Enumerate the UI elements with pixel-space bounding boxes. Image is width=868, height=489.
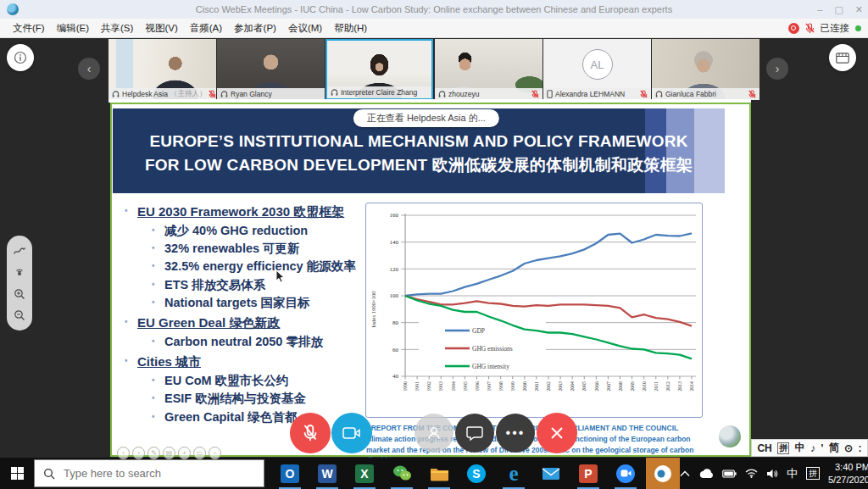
ime-more[interactable]: : (859, 442, 862, 454)
layout-switch-button[interactable] (829, 44, 856, 71)
taskbar-clock[interactable]: 3:40 PM 5/27/2020 (828, 461, 868, 486)
shared-screen: 正在查看 Helpdesk Asia 的... EUROPE’S INSTITU… (110, 103, 751, 457)
ime-language-indicator[interactable]: 中 (787, 466, 798, 481)
zoom-out-mini-icon[interactable]: − (209, 447, 221, 459)
menu-help[interactable]: 帮助(H) (328, 22, 373, 35)
onedrive-cloud-icon[interactable] (698, 469, 714, 479)
annotate-mini-icon[interactable]: ✎ (147, 447, 160, 459)
zoom-in-icon[interactable] (14, 288, 25, 300)
menu-meeting[interactable]: 会议(M) (282, 22, 328, 35)
participant-name: Ryan Glancy (231, 90, 272, 98)
camera-icon (342, 426, 361, 440)
scroll-videos-right-button[interactable]: › (766, 58, 788, 80)
taskbar-edge-icon[interactable]: e (497, 458, 531, 489)
svg-text:100: 100 (390, 292, 399, 299)
headset-icon (331, 89, 338, 97)
search-input[interactable] (62, 466, 235, 481)
ime-ch[interactable]: CH (757, 442, 771, 454)
maximize-button[interactable]: ▢ (834, 4, 843, 15)
participant-name: Interpreter Claire Zhang (341, 88, 417, 97)
prev-slide-icon[interactable]: ‹ (117, 447, 130, 459)
participant-tile-claire-zhang[interactable]: Interpreter Claire Zhang (326, 39, 433, 100)
ime-tone-icon[interactable]: ♪ (810, 442, 815, 454)
menu-edit[interactable]: 编辑(E) (51, 22, 95, 35)
menu-file[interactable]: 文件(F) (7, 22, 51, 35)
bullet-l2: EU CoM 欧盟市长公约 (164, 374, 363, 388)
laser-pointer-icon[interactable] (14, 266, 25, 278)
leave-meeting-button[interactable] (537, 413, 577, 453)
ime-pinyin[interactable]: 拼 (777, 442, 789, 454)
scroll-videos-left-button[interactable]: ‹ (78, 58, 100, 80)
muted-mic-icon (640, 90, 648, 99)
camera-button[interactable] (331, 413, 372, 453)
close-button[interactable]: ✕ (855, 4, 863, 15)
connection-status: 已连接 (821, 22, 850, 35)
svg-text:2008: 2008 (618, 381, 623, 392)
info-button[interactable] (7, 44, 34, 71)
more-options-button[interactable]: ••• (496, 414, 535, 453)
annotate-pen-icon[interactable] (13, 245, 26, 257)
mute-button[interactable] (290, 413, 331, 453)
slide-title: EUROPE’S INSTITUTIONAL MECHANISM AND POL… (113, 125, 725, 176)
participant-tile-helpdesk-asia[interactable]: Helpdesk Asia （主持人） (108, 39, 216, 100)
mail-envelope-icon (542, 467, 560, 481)
taskbar-outlook-icon[interactable]: O (273, 458, 307, 489)
svg-text:2009: 2009 (630, 381, 635, 392)
ime-logo-icon[interactable]: ⊙ (844, 442, 853, 454)
taskbar-zoom-icon[interactable] (609, 458, 643, 489)
share-mini-controls: ‹ › ✎ ▤ + ▭ − (117, 447, 221, 459)
svg-text:1996: 1996 (475, 381, 480, 392)
minimize-button[interactable]: – (817, 4, 822, 14)
chat-icon (466, 425, 483, 441)
taskbar-word-icon[interactable]: W (310, 458, 344, 489)
hidden-icons-chevron[interactable] (680, 470, 690, 477)
participant-tile-ryan-glancy[interactable]: Ryan Glancy (217, 39, 325, 100)
participant-tile-zhouzeyu[interactable]: zhouzeyu (435, 39, 542, 100)
zoom-out-icon[interactable] (14, 309, 25, 321)
menu-participants[interactable]: 参加者(P) (228, 22, 282, 35)
webex-sphere-icon[interactable] (719, 425, 741, 447)
svg-text:2000: 2000 (522, 381, 527, 392)
bullet-l2: ETS 排放交易体系 (164, 278, 363, 292)
taskbar-wechat-icon[interactable] (385, 458, 419, 489)
zoom-tool-icon[interactable]: + (178, 447, 191, 459)
fit-view-icon[interactable]: ▭ (193, 447, 206, 459)
taskbar-skype-icon[interactable]: S (459, 458, 493, 489)
svg-text:60: 60 (392, 347, 399, 353)
taskbar-search[interactable] (34, 459, 264, 487)
headset-icon (655, 91, 663, 98)
taskbar-excel-icon[interactable]: X (348, 458, 381, 489)
ime-chinese-mode[interactable]: 中 (795, 441, 805, 455)
menu-view[interactable]: 视图(V) (139, 22, 183, 35)
chat-button[interactable] (455, 414, 494, 453)
ime-bar[interactable]: CH 拼 中 ♪ ' 简 ⊙ : (751, 439, 868, 457)
next-slide-icon[interactable]: › (132, 447, 145, 459)
svg-text:1993: 1993 (438, 381, 443, 392)
svg-text:GHG emissions: GHG emissions (472, 345, 513, 353)
ime-pinyin-indicator[interactable]: 拼 (806, 467, 820, 480)
headset-icon (112, 91, 120, 98)
svg-text:2012: 2012 (665, 381, 670, 392)
participant-name: zhouzeyu (448, 90, 479, 98)
taskbar-powerpoint-icon[interactable]: P (571, 458, 605, 489)
volume-icon[interactable] (766, 469, 778, 479)
battery-icon[interactable] (722, 470, 737, 478)
ime-simplified[interactable]: 简 (829, 441, 839, 455)
svg-text:2010: 2010 (642, 381, 647, 392)
start-button[interactable] (0, 458, 34, 489)
menu-audio[interactable]: 音频(A) (184, 22, 228, 35)
participant-tile-alexandra-lehmann[interactable]: AL Alexandra LEHMANN (543, 39, 651, 100)
muted-mic-icon (748, 90, 756, 99)
participants-button[interactable] (415, 414, 453, 453)
menu-share[interactable]: 共享(S) (95, 22, 139, 35)
taskbar-webex-icon[interactable] (646, 458, 680, 489)
ime-punct-icon[interactable]: ' (821, 442, 823, 454)
webex-meeting-window: Cisco WebEx Meetings - IUC China - Low C… (0, 0, 868, 489)
wifi-icon[interactable] (745, 469, 758, 478)
participant-tile-gianluca-fabbri[interactable]: Gianluca Fabbri (652, 39, 760, 100)
slide-bullets: EU 2030 Framework 2030 欧盟框架 减少 40% GHG r… (120, 199, 363, 428)
taskbar-file-explorer-icon[interactable] (422, 458, 456, 489)
thumbnails-icon[interactable]: ▤ (163, 447, 175, 459)
taskbar-mail-icon[interactable] (534, 458, 568, 489)
svg-text:1999: 1999 (510, 381, 515, 392)
